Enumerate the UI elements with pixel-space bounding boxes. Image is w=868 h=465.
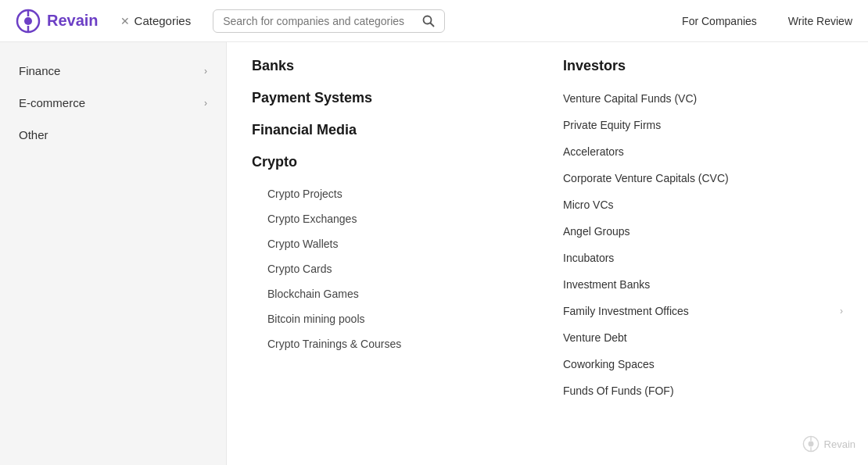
close-icon: ✕ (120, 15, 130, 27)
main-content: Finance › E-commerce › Other Banks Payme… (0, 42, 868, 465)
list-item[interactable]: Venture Capital Funds (VC) (563, 85, 843, 112)
list-item[interactable]: Crypto Wallets (252, 231, 532, 256)
header: Revain ✕ Categories For Companies Write … (0, 0, 868, 42)
search-input[interactable] (223, 15, 416, 27)
watermark-text: Revain (824, 438, 855, 450)
list-item[interactable]: Corporate Venture Capitals (CVC) (563, 165, 843, 191)
list-item[interactable]: Accelerators (563, 138, 843, 165)
banks-header: Banks (252, 58, 532, 74)
list-item[interactable]: Crypto Exchanges (252, 206, 532, 231)
categories-label: Categories (135, 14, 192, 27)
right-column: Investors Venture Capital Funds (VC) Pri… (563, 58, 843, 449)
search-box (213, 9, 445, 33)
watermark: Revain (802, 435, 855, 452)
financial-media-header: Financial Media (252, 122, 532, 138)
list-item[interactable]: Coworking Spaces (563, 351, 843, 377)
svg-line-5 (431, 23, 434, 26)
sidebar-finance-label: Finance (19, 64, 60, 77)
sidebar: Finance › E-commerce › Other (0, 42, 227, 465)
categories-content: Banks Payment Systems Financial Media Cr… (227, 42, 868, 465)
sidebar-item-other[interactable]: Other (0, 119, 226, 151)
left-column: Banks Payment Systems Financial Media Cr… (252, 58, 532, 449)
list-item[interactable]: Micro VCs (563, 191, 843, 218)
search-icon (422, 15, 435, 27)
search-button[interactable] (422, 15, 435, 27)
categories-button[interactable]: ✕ Categories (111, 9, 201, 32)
sidebar-item-finance[interactable]: Finance › (0, 55, 226, 87)
list-item[interactable]: Funds Of Funds (FOF) (563, 377, 843, 404)
list-item[interactable]: Family Investment Offices › (563, 298, 843, 324)
svg-point-7 (808, 442, 813, 447)
chevron-right-icon: › (204, 66, 207, 77)
crypto-section: Crypto Crypto Projects Crypto Exchanges … (252, 154, 532, 356)
financial-media-section: Financial Media (252, 122, 532, 138)
banks-section: Banks (252, 58, 532, 74)
crypto-header: Crypto (252, 154, 532, 170)
list-item[interactable]: Private Equity Firms (563, 112, 843, 138)
list-item[interactable]: Crypto Trainings & Courses (252, 331, 532, 356)
list-item[interactable]: Incubators (563, 245, 843, 271)
write-review-link[interactable]: Write Review (788, 15, 852, 27)
chevron-right-icon: › (840, 306, 843, 317)
list-item[interactable]: Investment Banks (563, 271, 843, 298)
svg-point-1 (24, 17, 32, 25)
investors-section: Investors Venture Capital Funds (VC) Pri… (563, 58, 843, 404)
logo-icon (16, 9, 41, 34)
list-item[interactable]: Blockchain Games (252, 281, 532, 306)
investors-header: Investors (563, 58, 843, 74)
sidebar-other-label: Other (19, 128, 48, 141)
list-item[interactable]: Angel Groups (563, 218, 843, 245)
payment-systems-header: Payment Systems (252, 90, 532, 106)
list-item[interactable]: Crypto Projects (252, 181, 532, 206)
logo[interactable]: Revain (16, 9, 99, 34)
sidebar-ecommerce-label: E-commerce (19, 96, 85, 109)
payment-systems-section: Payment Systems (252, 90, 532, 106)
for-companies-link[interactable]: For Companies (682, 15, 757, 27)
list-item[interactable]: Crypto Cards (252, 256, 532, 281)
list-item[interactable]: Bitcoin mining pools (252, 306, 532, 331)
logo-text: Revain (47, 12, 99, 30)
sidebar-item-ecommerce[interactable]: E-commerce › (0, 87, 226, 119)
chevron-right-icon: › (204, 98, 207, 109)
watermark-logo-icon (802, 435, 820, 452)
list-item[interactable]: Venture Debt (563, 324, 843, 351)
